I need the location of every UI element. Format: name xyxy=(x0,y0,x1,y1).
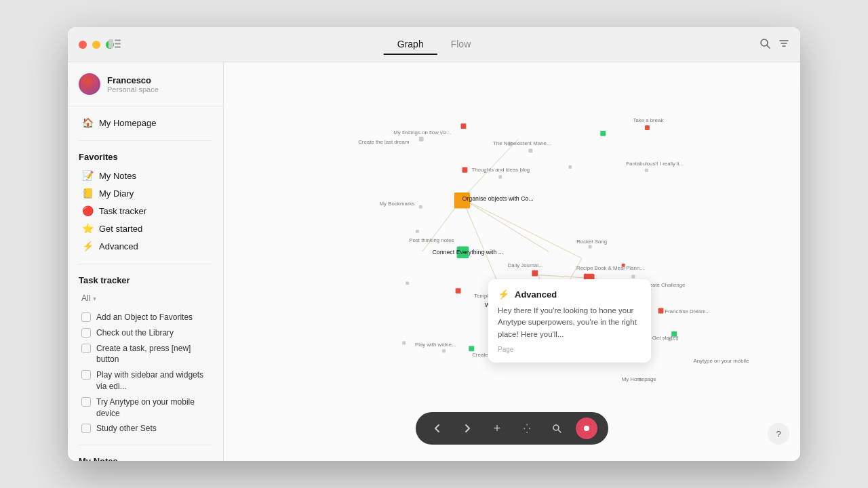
popup-body: Hey there If you're looking to hone your… xyxy=(498,305,642,340)
svg-text:Recipe Book & Meal Plann...: Recipe Book & Meal Plann... xyxy=(576,265,644,271)
main-content: Francesco Personal space 🏠 My Homepage F… xyxy=(68,62,800,461)
task-filter[interactable]: All ▾ xyxy=(79,291,212,306)
my-notes-section: My Notes Today ▾ Empty xyxy=(68,448,223,461)
svg-text:My Homepage: My Homepage xyxy=(622,376,656,382)
user-name: Francesco xyxy=(107,75,159,85)
app-window: Graph Flow Francesco Personal space xyxy=(68,27,800,461)
filter-icon[interactable] xyxy=(778,38,789,52)
bottom-toolbar: + ⁛ xyxy=(416,412,608,445)
svg-rect-20 xyxy=(461,123,467,129)
task-tracker-section: Task tracker All ▾ Add an Object to Favo… xyxy=(68,267,223,442)
back-button[interactable] xyxy=(427,418,448,439)
svg-rect-23 xyxy=(529,148,533,152)
task-tracker-label: Task tracker xyxy=(99,206,146,216)
tab-graph[interactable]: Graph xyxy=(384,35,437,55)
svg-text:Take a break: Take a break xyxy=(633,117,663,123)
tab-flow[interactable]: Flow xyxy=(437,35,485,55)
checkbox-2[interactable] xyxy=(81,328,91,338)
sidebar: Francesco Personal space 🏠 My Homepage F… xyxy=(68,62,224,461)
homepage-section: 🏠 My Homepage xyxy=(68,106,223,138)
advanced-icon: ⚡ xyxy=(81,241,94,251)
divider-1 xyxy=(79,140,212,141)
svg-point-83 xyxy=(584,426,589,431)
popup-icon: ⚡ xyxy=(498,289,509,300)
my-diary-label: My Diary xyxy=(99,188,134,199)
svg-rect-33 xyxy=(589,245,592,249)
checkbox-1[interactable] xyxy=(81,312,91,322)
svg-rect-42 xyxy=(456,288,461,293)
notes-icon: 📝 xyxy=(81,170,94,181)
svg-rect-28 xyxy=(462,167,468,173)
sidebar-item-homepage[interactable]: 🏠 My Homepage xyxy=(79,115,212,131)
svg-rect-54 xyxy=(442,349,446,352)
svg-rect-47 xyxy=(631,275,635,279)
help-button[interactable]: ? xyxy=(768,423,789,445)
add-button[interactable]: + xyxy=(486,418,508,439)
task-item-5[interactable]: Try Anytype on your mobile device xyxy=(79,394,212,422)
close-button[interactable] xyxy=(79,41,87,49)
popup-title-row: ⚡ Advanced xyxy=(498,289,642,300)
sidebar-item-get-started[interactable]: ⭐ Get started xyxy=(79,220,212,237)
record-button[interactable] xyxy=(576,418,597,439)
avatar xyxy=(79,73,100,95)
task-label-4: Play with sidebar and widgets via edi... xyxy=(96,369,210,392)
svg-rect-29 xyxy=(498,176,502,179)
svg-text:Play with widne...: Play with widne... xyxy=(415,342,456,348)
search-button[interactable] xyxy=(546,418,568,439)
checkbox-3[interactable] xyxy=(81,344,91,353)
svg-rect-26 xyxy=(645,125,650,130)
svg-rect-25 xyxy=(600,131,606,136)
svg-text:Rocket Song: Rocket Song xyxy=(576,239,607,245)
svg-text:Anytype on your mobile: Anytype on your mobile xyxy=(694,358,749,364)
minimize-button[interactable] xyxy=(92,41,100,49)
task-item-1[interactable]: Add an Object to Favorites xyxy=(79,310,212,325)
svg-rect-2 xyxy=(115,43,121,44)
titlebar-actions xyxy=(760,38,789,52)
advanced-label: Advanced xyxy=(99,241,138,251)
svg-line-12 xyxy=(462,199,549,251)
svg-rect-48 xyxy=(658,308,664,314)
svg-text:Daily Journal...: Daily Journal... xyxy=(508,262,543,268)
star-icon: ⭐ xyxy=(81,223,94,234)
sidebar-item-my-notes[interactable]: 📝 My Notes xyxy=(79,167,212,184)
popup-tag: Page xyxy=(498,346,642,353)
checkbox-6[interactable] xyxy=(81,424,91,433)
svg-text:Franchise Dream...: Franchise Dream... xyxy=(665,308,710,314)
search-icon[interactable] xyxy=(760,38,770,52)
checkbox-5[interactable] xyxy=(81,397,91,407)
sidebar-item-my-diary[interactable]: 📒 My Diary xyxy=(79,185,212,201)
svg-rect-27 xyxy=(645,169,648,172)
my-notes-title: My Notes xyxy=(79,456,212,461)
task-label-5: Try Anytype on your mobile device xyxy=(96,396,210,420)
task-item-4[interactable]: Play with sidebar and widgets via edi... xyxy=(79,367,212,394)
task-tracker-title: Task tracker xyxy=(79,275,212,285)
task-item-6[interactable]: Study other Sets xyxy=(79,421,212,436)
graph-svg: My findings on flow viz... Create the la… xyxy=(224,62,800,461)
checkbox-4[interactable] xyxy=(81,370,91,380)
svg-rect-45 xyxy=(469,346,474,351)
sidebar-item-task-tracker[interactable]: 🔴 Task tracker xyxy=(79,203,212,219)
sidebar-item-advanced[interactable]: ⚡ Advanced xyxy=(79,238,212,254)
user-section[interactable]: Francesco Personal space xyxy=(68,62,223,106)
svg-rect-44 xyxy=(402,342,406,345)
svg-point-81 xyxy=(553,425,559,430)
popup-card: ⚡ Advanced Hey there If you're looking t… xyxy=(488,279,651,363)
svg-text:Create the last dream: Create the last dream xyxy=(358,139,409,145)
task-filter-label: All xyxy=(81,293,90,303)
task-item-3[interactable]: Create a task, press [new] button xyxy=(79,341,212,368)
sidebar-toggle-button[interactable] xyxy=(108,39,121,50)
graph-area[interactable]: My findings on flow viz... Create the la… xyxy=(224,62,800,461)
forward-button[interactable] xyxy=(456,418,478,439)
svg-text:Thoughts and ideas blog: Thoughts and ideas blog xyxy=(471,167,530,173)
svg-text:My Bookmarks: My Bookmarks xyxy=(380,201,415,207)
svg-text:My findings on flow viz...: My findings on flow viz... xyxy=(393,129,451,136)
cluster-button[interactable]: ⁛ xyxy=(516,418,538,439)
divider-2 xyxy=(79,264,212,264)
chevron-down-icon: ▾ xyxy=(93,295,96,302)
svg-rect-0 xyxy=(108,39,113,48)
task-item-2[interactable]: Check out the Library xyxy=(79,325,212,341)
svg-rect-32 xyxy=(419,205,422,209)
popup-title: Advanced xyxy=(515,289,557,300)
svg-rect-41 xyxy=(406,281,409,285)
task-label-1: Add an Object to Favorites xyxy=(96,312,193,323)
